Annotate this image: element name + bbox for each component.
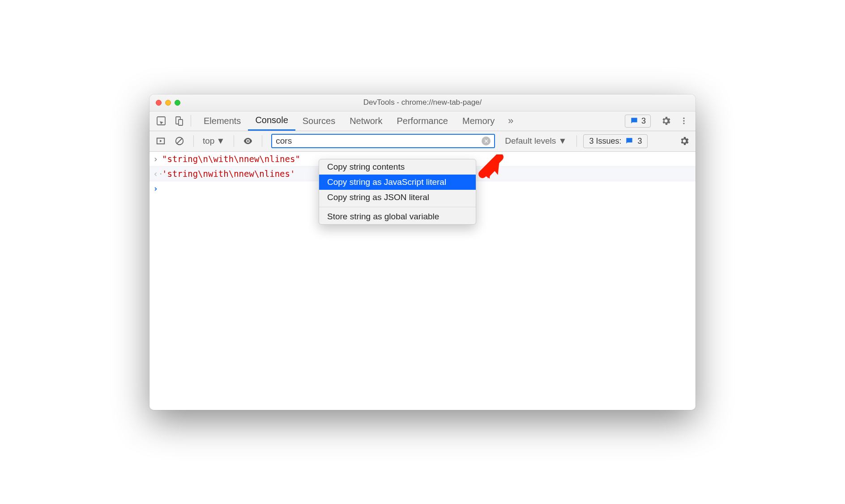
execution-context-select[interactable]: top ▼ [200,136,227,146]
settings-icon[interactable] [657,111,675,131]
levels-label: Default levels [505,136,556,146]
filter-input-wrap: ✕ [271,134,495,148]
annotation-arrow-icon [477,154,504,181]
tab-sources[interactable]: Sources [295,111,342,131]
tab-console[interactable]: Console [248,111,295,131]
output-arrow-icon: ‹· [153,169,162,179]
tab-elements[interactable]: Elements [196,111,248,131]
console-settings-icon[interactable] [677,133,692,149]
menu-copy-contents[interactable]: Copy string contents [319,159,476,175]
menu-separator [319,207,476,207]
filter-input[interactable] [276,136,482,146]
console-text: "string\n\with\nnew\nlines" [162,154,300,164]
toggle-sidebar-icon[interactable] [153,133,168,149]
separator [234,135,234,147]
svg-line-8 [177,139,182,144]
issues-label: 3 Issues: [589,137,621,146]
more-tabs-icon[interactable]: » [502,111,520,131]
issues-button[interactable]: 3 Issues: 3 [583,134,648,148]
inspect-icon[interactable] [152,111,170,131]
svg-point-4 [683,120,684,121]
tab-memory[interactable]: Memory [455,111,502,131]
titlebar: DevTools - chrome://new-tab-page/ [149,94,696,111]
tab-network[interactable]: Network [342,111,389,131]
panel-tabs-row: Elements Console Sources Network Perform… [149,111,696,131]
context-label: top [203,136,214,146]
clear-filter-icon[interactable]: ✕ [482,137,491,145]
log-levels-select[interactable]: Default levels ▼ [501,136,570,146]
messages-count: 3 [641,116,646,126]
separator [191,115,191,127]
separator [262,135,262,147]
menu-store-global[interactable]: Store string as global variable [319,209,476,224]
console-text: 'string\nwith\nnew\nlines' [162,169,295,179]
clear-console-icon[interactable] [172,133,187,149]
input-arrow-icon: › [153,154,162,164]
separator [193,135,194,147]
device-toggle-icon[interactable] [170,111,188,131]
panel-tabs: Elements Console Sources Network Perform… [196,111,502,131]
console-body: › "string\n\with\nnew\nlines" ‹· 'string… [149,152,696,410]
svg-rect-2 [179,120,183,125]
chevron-down-icon: ▼ [559,136,567,146]
messages-badge[interactable]: 3 [625,115,651,128]
prompt-arrow-icon: › [153,184,162,193]
window-title: DevTools - chrome://new-tab-page/ [149,98,696,107]
tab-performance[interactable]: Performance [390,111,456,131]
menu-copy-js-literal[interactable]: Copy string as JavaScript literal [319,175,476,190]
svg-point-5 [683,123,684,124]
console-toolbar: top ▼ ✕ Default levels ▼ 3 Issues: 3 [149,131,696,152]
menu-copy-json-literal[interactable]: Copy string as JSON literal [319,190,476,205]
svg-point-9 [247,140,249,142]
svg-point-3 [683,118,684,119]
devtools-window: DevTools - chrome://new-tab-page/ Elemen… [149,94,696,410]
kebab-menu-icon[interactable] [675,111,693,131]
separator [576,135,577,147]
live-expression-icon[interactable] [240,133,256,149]
issues-count: 3 [637,137,642,146]
chevron-down-icon: ▼ [216,136,225,146]
context-menu: Copy string contents Copy string as Java… [319,159,476,225]
